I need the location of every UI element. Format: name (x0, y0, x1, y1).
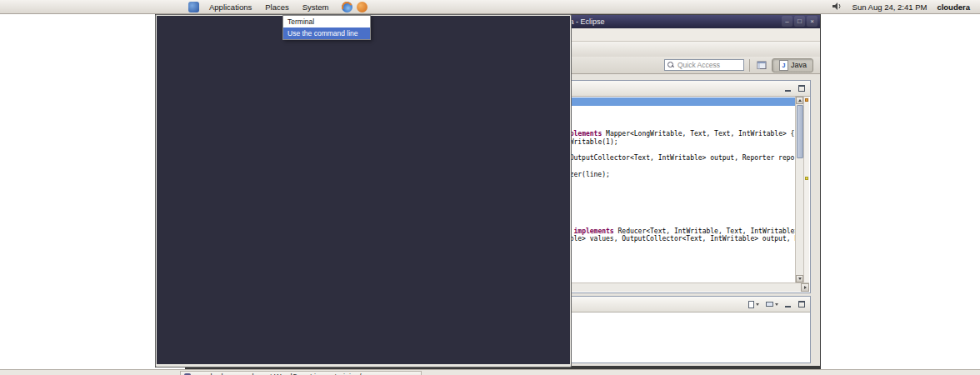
dropdown-arrow-icon (775, 303, 778, 306)
bottom-panel: com.hadoop.wordcount.WordCount.java - tr… (0, 369, 980, 375)
dropdown-arrow-icon (756, 303, 759, 306)
overview-ruler[interactable] (803, 97, 809, 282)
minimize-button[interactable]: – (782, 16, 792, 27)
tooltip-title: Terminal (283, 16, 370, 28)
editor-vscrollbar[interactable] (795, 97, 803, 282)
panel-tray: Sun Aug 24, 2:41 PM cloudera (832, 2, 970, 12)
minimize-icon (785, 85, 791, 92)
orange-app-launcher-icon[interactable] (357, 2, 368, 12)
open-perspective-icon (756, 59, 768, 71)
quick-access-input[interactable]: Quick Access (664, 59, 744, 71)
minimize-view-button[interactable] (782, 83, 793, 94)
terminal-tooltip: Terminal Use the command line (282, 15, 371, 40)
tooltip-subtitle: Use the command line (283, 28, 370, 39)
scroll-down-icon[interactable] (796, 275, 803, 282)
open-perspective-button[interactable] (755, 58, 768, 72)
terminal-launcher-icon[interactable] (155, 14, 572, 368)
panel-menu-applications[interactable]: Applications (202, 1, 258, 13)
display-console-button[interactable] (764, 299, 780, 310)
scroll-right-icon[interactable] (801, 283, 809, 292)
volume-icon[interactable] (832, 2, 842, 12)
panel-launchers (342, 2, 368, 12)
firefox-launcher-icon[interactable] (342, 2, 352, 12)
panel-menus: ApplicationsPlacesSystem (202, 1, 335, 13)
minimize-view-button[interactable] (782, 299, 793, 310)
toolbar-separator (749, 59, 750, 72)
maximize-view-button[interactable] (796, 83, 807, 94)
new-console-icon (748, 301, 754, 308)
taskbar-window-button[interactable]: com.hadoop.wordcount.WordCount.java - tr… (180, 371, 422, 375)
java-perspective-button[interactable]: Java (772, 58, 813, 72)
clock[interactable]: Sun Aug 24, 2:41 PM (852, 2, 928, 12)
overview-marker[interactable] (805, 98, 808, 102)
search-icon (668, 62, 675, 69)
panel-menu-places[interactable]: Places (258, 1, 296, 13)
overview-marker[interactable] (805, 177, 808, 180)
java-perspective-icon (778, 60, 788, 70)
close-button[interactable]: × (807, 16, 818, 27)
maximize-view-button[interactable] (796, 299, 807, 310)
desktop: { "panel": { "menus": [{"label": "Applic… (0, 0, 980, 375)
open-console-button[interactable] (746, 299, 762, 310)
maximize-button[interactable]: □ (794, 16, 805, 27)
distro-menu-icon[interactable] (188, 2, 199, 12)
display-console-icon (766, 302, 773, 307)
minimize-icon (785, 301, 791, 308)
panel-menu-system[interactable]: System (296, 1, 336, 13)
window-controls: – □ × (782, 16, 818, 27)
java-perspective-label: Java (791, 61, 807, 69)
maximize-icon (798, 85, 805, 92)
maximize-icon (798, 301, 805, 308)
scrollbar-thumb[interactable] (797, 105, 803, 158)
top-panel: ApplicationsPlacesSystem Sun Aug 24, 2:4… (0, 0, 980, 14)
quick-access-placeholder: Quick Access (678, 61, 720, 69)
scroll-up-icon[interactable] (796, 97, 803, 104)
user-label: cloudera (937, 2, 970, 12)
